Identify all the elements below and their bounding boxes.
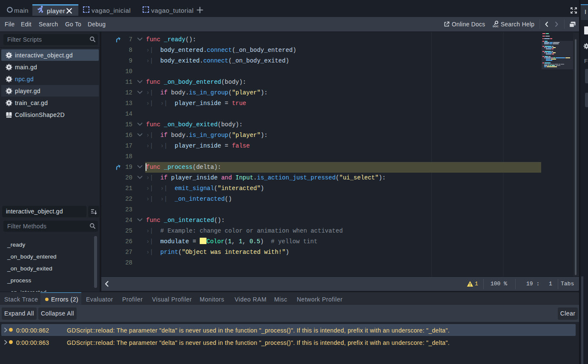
svg-text:DOC: DOC	[7, 117, 11, 118]
svg-text:DOC: DOC	[493, 25, 499, 28]
